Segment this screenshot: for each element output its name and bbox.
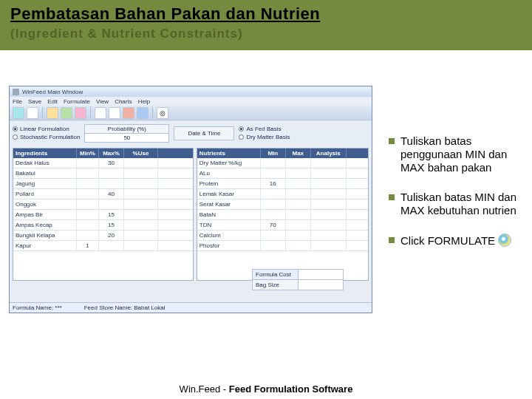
toolbar-button[interactable]	[95, 107, 106, 119]
table-row[interactable]: Ampas Kecap15	[13, 220, 193, 231]
table-row[interactable]: Protein16	[197, 179, 368, 189]
table-row[interactable]: Bungkil Kelapa20	[13, 231, 193, 241]
radio-dot-on	[239, 126, 244, 132]
col-min: Min%	[77, 149, 99, 158]
menu-help[interactable]: Help	[138, 98, 150, 105]
table-row[interactable]: ALu	[197, 168, 368, 179]
menu-edit[interactable]: Edit	[47, 98, 58, 105]
grids: Ingredients Min% Max% %Use Dedak Halus30…	[10, 146, 372, 283]
col-max: Max%	[99, 149, 124, 158]
bullet-text: Click FORMULATE	[400, 234, 495, 247]
ingredients-body[interactable]: Dedak Halus30BakatulJagungPollard40Onggo…	[13, 158, 193, 251]
bullet-text: Tuliskan batas MIN dan MAX kebutuhan nut…	[400, 191, 526, 217]
menu-formulate[interactable]: Formulate	[64, 98, 90, 105]
radio-drymatter-label: Dry Matter Basis	[246, 134, 290, 140]
table-row[interactable]: Jagung	[13, 179, 193, 189]
table-row[interactable]: TDN70	[197, 220, 368, 231]
formula-summary: Formula Cost Bag Size	[252, 269, 344, 290]
toolbar-sep	[90, 107, 91, 119]
table-row[interactable]: Onggok	[13, 200, 193, 210]
toolbar-sep	[152, 107, 153, 119]
menu-charts[interactable]: Charts	[115, 98, 132, 105]
nutrients-panel: Nutrients Min Max Analysis Dry Matter %/…	[197, 148, 369, 281]
formulation-mode: Linear Formulation Stochastic Formulatio…	[13, 126, 80, 140]
toolbar-button[interactable]	[61, 107, 72, 119]
table-row[interactable]: Pollard40	[13, 189, 193, 200]
table-row[interactable]: Lemak Kasar	[197, 189, 368, 200]
status-formula: Formula Name: ***	[13, 304, 62, 311]
toolbar-button[interactable]	[109, 107, 120, 119]
table-row[interactable]: Dedak Halus30	[13, 158, 193, 168]
toolbar: ◎	[10, 106, 372, 120]
col-nmin: Min	[261, 149, 286, 158]
toolbar-formulate-button[interactable]: ◎	[157, 107, 168, 119]
radio-drymatter[interactable]: Dry Matter Basis	[239, 134, 290, 140]
nutrients-body[interactable]: Dry Matter %/kgALuProtein16Lemak KasarSe…	[197, 158, 368, 251]
window-titlebar[interactable]: WinFeed Main Window	[10, 86, 372, 97]
table-row[interactable]: Bakatul	[13, 168, 193, 179]
list-item: Tuliskan batas MIN dan MAX kebutuhan nut…	[389, 191, 526, 217]
probability-value[interactable]: 50	[84, 134, 169, 143]
table-row[interactable]: Calcium	[197, 231, 368, 241]
formulate-icon	[498, 233, 511, 247]
radio-dot-on	[13, 126, 18, 132]
status-store: Feed Store Name: Babat Lokal	[84, 304, 166, 311]
toolbar-button[interactable]	[27, 107, 38, 119]
date-time-button[interactable]: Date & Time	[174, 126, 234, 140]
table-row[interactable]: Dry Matter %/kg	[197, 158, 368, 168]
table-row[interactable]: Kapur1	[13, 241, 193, 251]
instruction-list: Tuliskan batas penggunaan MIN dan MAX ba…	[389, 134, 526, 264]
col-use: %Use	[124, 149, 158, 158]
bag-size-label: Bag Size	[253, 280, 299, 290]
slide: Pembatasan Bahan Pakan dan Nutrien (Ingr…	[0, 0, 532, 399]
slide-title: Pembatasan Bahan Pakan dan Nutrien	[10, 4, 320, 24]
probability-box: Probability (%) 50	[84, 124, 169, 143]
col-nmax: Max	[286, 149, 311, 158]
basis-mode: As Fed Basis Dry Matter Basis	[239, 126, 290, 140]
options-row: Linear Formulation Stochastic Formulatio…	[10, 120, 372, 146]
radio-asfed[interactable]: As Fed Basis	[239, 126, 290, 132]
probability-label: Probability (%)	[84, 124, 169, 134]
ingredients-header: Ingredients Min% Max% %Use	[13, 149, 193, 158]
window-title: WinFeed Main Window	[22, 89, 83, 95]
bullet-icon	[389, 138, 395, 144]
bag-size-value[interactable]	[299, 280, 343, 290]
menu-file[interactable]: File	[13, 98, 22, 105]
radio-stochastic[interactable]: Stochastic Formulation	[13, 134, 80, 140]
nutrients-header: Nutrients Min Max Analysis	[197, 149, 368, 158]
radio-linear[interactable]: Linear Formulation	[13, 126, 80, 132]
footer-rest: Feed Formulation Software	[226, 383, 352, 395]
menu-save[interactable]: Save	[28, 98, 41, 105]
table-row[interactable]: Serat Kasar	[197, 200, 368, 210]
formula-cost-value	[299, 270, 343, 279]
radio-dot	[13, 134, 18, 140]
menu-bar[interactable]: File Save Edit Formulate View Charts Hel…	[10, 97, 372, 106]
col-analysis: Analysis	[311, 149, 347, 158]
table-row[interactable]: Ampas Bir15	[13, 210, 193, 220]
winfeed-window: WinFeed Main Window File Save Edit Formu…	[9, 86, 372, 313]
table-row[interactable]: BataN	[197, 210, 368, 220]
menu-view[interactable]: View	[96, 98, 109, 105]
slide-footer: Win.Feed - Feed Formulation Software	[0, 378, 532, 399]
ingredients-panel: Ingredients Min% Max% %Use Dedak Halus30…	[13, 148, 194, 281]
bullet-text: Tuliskan batas penggunaan MIN dan MAX ba…	[400, 134, 526, 174]
list-item: Tuliskan batas penggunaan MIN dan MAX ba…	[389, 134, 526, 174]
toolbar-button[interactable]	[123, 107, 134, 119]
app-icon	[13, 89, 19, 95]
toolbar-button[interactable]	[75, 107, 86, 119]
toolbar-button[interactable]	[47, 107, 58, 119]
radio-linear-label: Linear Formulation	[20, 126, 69, 132]
toolbar-button[interactable]	[137, 107, 149, 119]
toolbar-button[interactable]	[13, 107, 24, 119]
bullet-icon	[389, 194, 395, 200]
col-ingredients: Ingredients	[13, 149, 77, 158]
toolbar-sep	[42, 107, 43, 119]
radio-dot	[239, 134, 244, 140]
footer-prefix: Win.Feed -	[180, 383, 227, 395]
table-row[interactable]: Phosfor	[197, 241, 368, 251]
col-nutrients: Nutrients	[197, 149, 261, 158]
bullet-icon	[389, 237, 395, 243]
header-bar: Pembatasan Bahan Pakan dan Nutrien (Ingr…	[0, 0, 532, 50]
status-bar: Formula Name: *** Feed Store Name: Babat…	[10, 302, 372, 313]
radio-stochastic-label: Stochastic Formulation	[20, 134, 80, 140]
